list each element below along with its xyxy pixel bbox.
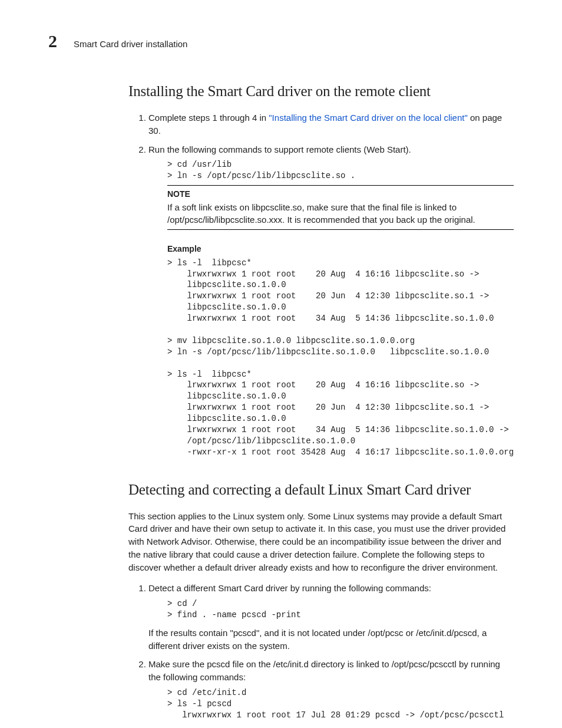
section-heading-detect-linux: Detecting and correcting a default Linux… [128,482,514,498]
note-rule-bottom [167,229,514,230]
code-block-step2: > cd /usr/lib > ln -s /opt/pcsc/lib/libp… [167,159,514,182]
main-content: Installing the Smart Card driver on the … [128,83,514,721]
example-code-block: > ls -l libpcsc* lrwxrwxrwx 1 root root … [167,258,514,458]
section-heading-install-remote: Installing the Smart Card driver on the … [128,83,514,100]
step-1-prefix: Complete steps 1 through 4 in [148,113,269,123]
cross-ref-link[interactable]: "Installing the Smart Card driver on the… [269,113,467,123]
detect-linux-steps: Detect a different Smart Card driver by … [128,582,514,720]
detect-step-2-text: Make sure the pcscd file on the /etc/ini… [148,659,500,682]
example-label: Example [167,243,514,255]
running-header: 2 Smart Card driver installation [48,32,514,50]
install-remote-steps: Complete steps 1 through 4 in "Installin… [128,111,514,458]
step-1: Complete steps 1 through 4 in "Installin… [148,111,514,137]
note-rule-top [167,185,514,186]
detect-step2-code: > cd /etc/init.d > ls -l pcscd lrwxrwxrw… [167,687,514,721]
detect-step-1-text: Detect a different Smart Card driver by … [148,583,431,593]
detect-step-1: Detect a different Smart Card driver by … [148,582,514,652]
page: 2 Smart Card driver installation Install… [0,0,562,728]
step-2: Run the following commands to support re… [148,143,514,458]
note-body: If a soft link exists on libpcsclite.so,… [167,201,514,226]
note-label: NOTE [167,188,514,200]
chapter-number: 2 [48,32,57,50]
running-title: Smart Card driver installation [74,39,187,49]
detect-step-2: Make sure the pcscd file on the /etc/ini… [148,658,514,720]
step-2-text: Run the following commands to support re… [148,144,411,154]
section2-intro: This section applies to the Linux system… [128,510,514,574]
detect-step1-code: > cd / > find . -name pcscd -print [167,598,514,621]
detect-step-1-after: If the results contain "pcscd", and it i… [148,627,514,653]
